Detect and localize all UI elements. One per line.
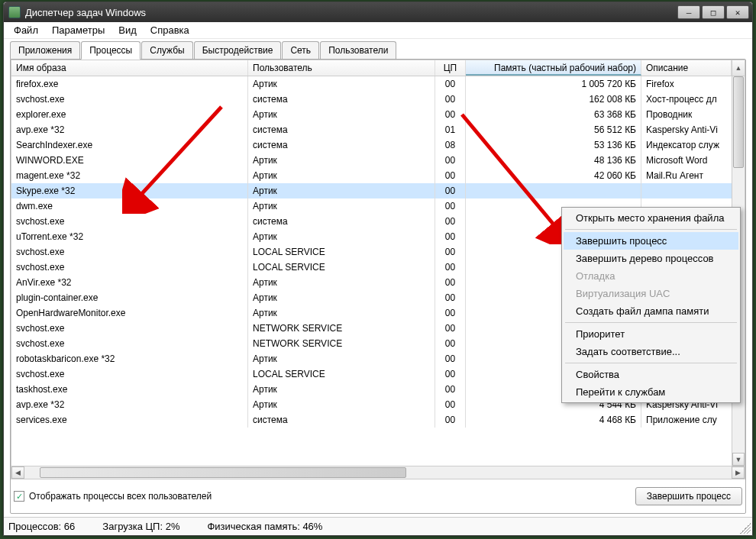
menu-view[interactable]: Вид [111,23,144,37]
table-row[interactable]: firefox.exeАртик001 005 720 КБFirefox [11,76,745,92]
cell-description: Firefox [641,76,745,92]
cm-end-process-tree[interactable]: Завершить дерево процессов [564,250,738,267]
window-title: Диспетчер задач Windows [25,7,146,18]
cell-cpu: 00 [435,321,466,336]
cm-create-dump[interactable]: Создать файл дампа памяти [564,302,738,320]
cell-cpu: 00 [435,107,466,122]
cell-memory: 4 468 КБ [466,412,641,428]
cell-user: NETWORK SERVICE [248,321,435,336]
cell-image-name: AnVir.exe *32 [11,275,248,290]
cell-image-name: WINWORD.EXE [11,153,248,168]
scrollbar-thumb[interactable] [733,76,744,168]
cell-description: Kaspersky Anti-Vi [641,122,745,137]
title-bar[interactable]: Диспетчер задач Windows — □ ✕ [4,2,752,22]
cm-end-process[interactable]: Завершить процесс [564,232,738,250]
table-row[interactable]: services.exeсистема004 468 КБПриложение … [11,412,745,428]
cell-description: Mail.Ru Агент [641,168,745,183]
cell-image-name: Skype.exe *32 [11,183,248,198]
cell-cpu: 00 [435,290,466,305]
header-user[interactable]: Пользователь [248,60,435,76]
show-all-users-checkbox[interactable]: ✓ [14,491,24,502]
tab-processes[interactable]: Процессы [81,41,141,60]
table-row[interactable]: magent.exe *32Артик0042 060 КБMail.Ru Аг… [11,168,745,183]
scroll-down-icon[interactable]: ▼ [732,453,745,466]
minimize-button[interactable]: — [677,5,700,19]
horizontal-scrollbar[interactable]: ◀ ▶ [11,466,745,479]
resize-grip-icon[interactable] [740,523,751,534]
hscrollbar-thumb[interactable] [40,467,406,478]
cell-user: система [248,122,435,137]
cell-user: Артик [248,76,435,92]
cm-priority[interactable]: Приоритет [564,325,738,343]
cell-image-name: robotaskbaricon.exe *32 [11,351,248,366]
cell-image-name: svchost.exe [11,366,248,382]
cell-image-name: SearchIndexer.exe [11,137,248,153]
cm-debug: Отладка [564,267,738,285]
cell-cpu: 00 [435,397,466,412]
cell-cpu: 00 [435,275,466,290]
menu-help[interactable]: Справка [144,23,196,37]
table-row[interactable]: explorer.exeАртик0063 368 КБПроводник [11,107,745,122]
close-button[interactable]: ✕ [726,5,749,19]
maximize-button[interactable]: □ [702,5,725,19]
cell-image-name: taskhost.exe [11,382,248,397]
table-row[interactable]: avp.exe *32система0156 512 КБKaspersky A… [11,122,745,137]
status-process-count: Процессов: 66 [8,521,75,532]
table-row[interactable]: SearchIndexer.exeсистема0853 136 КБИндек… [11,137,745,153]
end-process-button[interactable]: Завершить процесс [635,487,742,505]
cell-image-name: dwm.exe [11,198,248,214]
cell-description: Хост-процесс дл [641,92,745,107]
tab-applications[interactable]: Приложения [10,41,80,59]
cm-properties[interactable]: Свойства [564,366,738,383]
cell-memory: 48 136 КБ [466,153,641,168]
cell-description: Индексатор служ [641,137,745,153]
table-row[interactable]: Skype.exe *32Артик00 [11,183,745,198]
cm-set-affinity[interactable]: Задать соответствие... [564,343,738,360]
context-menu: Открыть место хранения файла Завершить п… [561,207,741,403]
cell-image-name: firefox.exe [11,76,248,92]
tab-users[interactable]: Пользователи [320,41,396,59]
cell-user: Артик [248,382,435,397]
table-row[interactable]: WINWORD.EXEАртик0048 136 КБMicrosoft Wor… [11,153,745,168]
header-description[interactable]: Описание [641,60,732,76]
cell-image-name: OpenHardwareMonitor.exe [11,305,248,321]
scroll-left-icon[interactable]: ◀ [11,466,24,479]
tab-services[interactable]: Службы [141,41,192,59]
table-row[interactable]: svchost.exeсистема00162 008 КБХост-проце… [11,92,745,107]
window-buttons: — □ ✕ [677,5,752,19]
cell-cpu: 01 [435,122,466,137]
cell-user: Артик [248,397,435,412]
cell-image-name: svchost.exe [11,321,248,336]
header-cpu[interactable]: ЦП [435,60,466,76]
cell-image-name: svchost.exe [11,92,248,107]
header-memory[interactable]: Память (частный рабочий набор) [466,60,641,76]
cell-image-name: services.exe [11,412,248,428]
cell-image-name: plugin-container.exe [11,290,248,305]
cell-image-name: avp.exe *32 [11,122,248,137]
cell-memory [466,183,641,198]
header-image-name[interactable]: Имя образа [11,60,248,76]
menu-options[interactable]: Параметры [45,23,111,37]
cell-description [641,183,745,198]
menu-bar: Файл Параметры Вид Справка [4,22,752,39]
cell-user: Артик [248,107,435,122]
cell-cpu: 08 [435,137,466,153]
scroll-up-icon[interactable]: ▲ [732,60,745,76]
tab-network[interactable]: Сеть [282,41,319,59]
app-icon [8,6,21,18]
cell-cpu: 00 [435,229,466,244]
cm-open-file-location[interactable]: Открыть место хранения файла [564,209,738,227]
cell-cpu: 00 [435,183,466,198]
cell-image-name: magent.exe *32 [11,168,248,183]
scroll-right-icon[interactable]: ▶ [732,466,745,479]
cm-goto-services[interactable]: Перейти к службам [564,383,738,401]
column-headers: Имя образа Пользователь ЦП Память (частн… [11,60,745,76]
menu-file[interactable]: Файл [7,23,45,37]
hscrollbar-track[interactable] [24,466,732,479]
cell-user: Артик [248,290,435,305]
cell-cpu: 00 [435,305,466,321]
cell-cpu: 00 [435,260,466,275]
tab-performance[interactable]: Быстродействие [194,41,282,59]
cm-uac-virtualization: Виртуализация UAC [564,285,738,302]
cell-memory: 56 512 КБ [466,122,641,137]
